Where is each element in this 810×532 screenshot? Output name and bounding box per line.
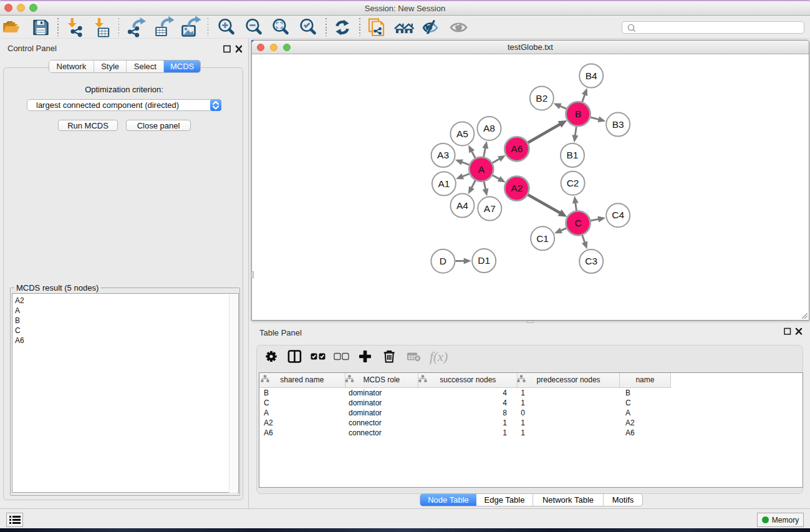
svg-text:A1: A1 — [438, 178, 450, 189]
svg-text:A6: A6 — [511, 143, 523, 154]
svg-text:D1: D1 — [478, 255, 490, 266]
svg-text:C4: C4 — [612, 210, 624, 220]
svg-text:C2: C2 — [567, 178, 579, 188]
svg-text:A: A — [478, 164, 485, 175]
svg-text:B1: B1 — [567, 150, 579, 160]
svg-text:A2: A2 — [511, 183, 523, 193]
svg-text:B2: B2 — [536, 93, 547, 104]
svg-text:B: B — [575, 109, 581, 119]
svg-text:C: C — [574, 218, 581, 228]
svg-text:A5: A5 — [456, 128, 468, 139]
svg-text:B3: B3 — [612, 119, 624, 130]
svg-text:D: D — [440, 256, 446, 266]
svg-text:A7: A7 — [484, 203, 496, 214]
svg-text:B4: B4 — [586, 70, 597, 81]
svg-text:f(x): f(x) — [430, 349, 448, 364]
svg-text:C3: C3 — [585, 256, 597, 266]
svg-text:A8: A8 — [483, 123, 495, 133]
svg-text:A3: A3 — [437, 150, 449, 160]
svg-text:A4: A4 — [456, 200, 468, 211]
svg-text:C1: C1 — [536, 233, 549, 244]
